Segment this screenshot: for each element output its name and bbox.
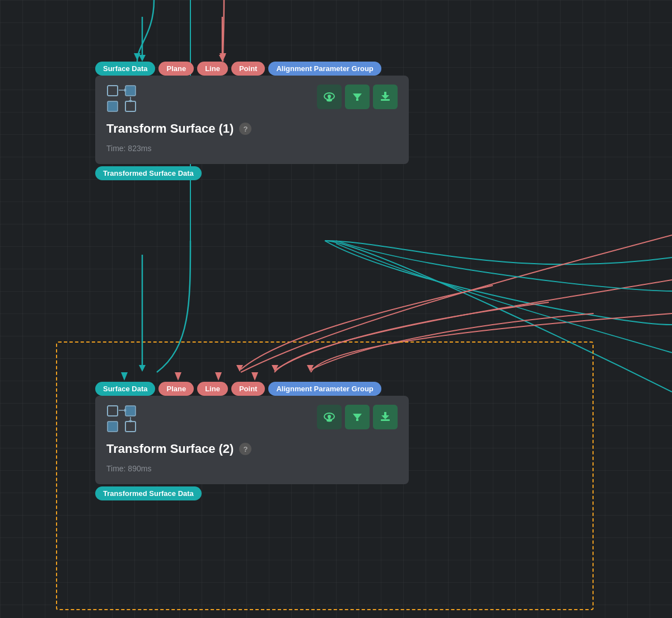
node1-help-button[interactable]: ? xyxy=(239,123,251,135)
eye-icon xyxy=(323,92,335,102)
svg-rect-5 xyxy=(125,101,136,111)
svg-rect-37 xyxy=(381,419,390,421)
node2-port-plane[interactable]: Plane xyxy=(158,382,194,396)
svg-rect-16 xyxy=(381,99,390,101)
node1-port-alignment[interactable]: Alignment Parameter Group xyxy=(268,62,381,76)
svg-rect-3 xyxy=(125,86,136,96)
node1-port-point[interactable]: Point xyxy=(231,62,265,76)
node2-output-port[interactable]: Transformed Surface Data xyxy=(95,486,202,500)
svg-marker-1 xyxy=(220,53,226,60)
svg-point-33 xyxy=(326,419,332,422)
node2-port-line[interactable]: Line xyxy=(197,382,228,396)
svg-rect-4 xyxy=(108,101,118,111)
node1-time: Time: 823ms xyxy=(106,144,398,153)
svg-rect-15 xyxy=(356,99,358,101)
node2-time: Time: 890ms xyxy=(106,464,398,473)
eye-icon-2 xyxy=(323,412,335,422)
node1-header xyxy=(106,85,398,113)
svg-marker-43 xyxy=(219,55,226,62)
svg-rect-18 xyxy=(384,92,386,97)
node1-output-row: Transformed Surface Data xyxy=(95,165,409,180)
node1-eye-button[interactable] xyxy=(317,85,342,109)
node2-output-row: Transformed Surface Data xyxy=(95,485,409,500)
node2-port-point[interactable]: Point xyxy=(231,382,265,396)
svg-marker-14 xyxy=(353,93,362,99)
node1-title: Transform Surface (1) ? xyxy=(106,121,398,136)
svg-marker-21 xyxy=(215,372,222,381)
svg-marker-22 xyxy=(251,372,258,381)
svg-marker-41 xyxy=(139,55,146,62)
node1-port-surface[interactable]: Surface Data xyxy=(95,62,155,76)
node1-ports-row: Surface Data Plane Line Point Alignment … xyxy=(95,62,409,76)
node2-chevron-button[interactable] xyxy=(345,405,370,429)
svg-rect-25 xyxy=(108,422,118,432)
node1-port-line[interactable]: Line xyxy=(197,62,228,76)
node1-output-port[interactable]: Transformed Surface Data xyxy=(95,166,202,180)
svg-marker-35 xyxy=(353,414,362,419)
node1-download-button[interactable] xyxy=(373,85,398,109)
svg-marker-19 xyxy=(121,372,128,381)
node2-header xyxy=(106,405,398,433)
download-icon-2 xyxy=(380,411,390,423)
svg-point-12 xyxy=(326,99,332,102)
transform-icon xyxy=(106,85,137,113)
svg-rect-36 xyxy=(356,419,358,421)
node2-actions xyxy=(317,405,398,429)
node2-card: Transform Surface (2) ? Time: 890ms xyxy=(95,396,409,484)
svg-rect-24 xyxy=(125,406,136,416)
node2-download-button[interactable] xyxy=(373,405,398,429)
node2-ports-row: Surface Data Plane Line Point Alignment … xyxy=(95,369,409,396)
transform-icon-2 xyxy=(106,405,137,433)
node2-help-button[interactable]: ? xyxy=(239,443,251,455)
svg-rect-26 xyxy=(125,422,136,432)
node2-icon xyxy=(106,405,137,433)
svg-rect-23 xyxy=(108,406,118,416)
chevron-down-icon xyxy=(352,92,363,101)
svg-marker-0 xyxy=(134,53,141,60)
svg-rect-39 xyxy=(384,412,386,417)
port-arrows xyxy=(95,369,409,382)
node1-card: Transform Surface (1) ? Time: 823ms xyxy=(95,76,409,164)
svg-point-13 xyxy=(328,97,330,99)
node1-icon xyxy=(106,85,137,113)
node1-port-plane[interactable]: Plane xyxy=(158,62,194,76)
node1-actions xyxy=(317,85,398,109)
node2-group: Surface Data Plane Line Point Alignment … xyxy=(95,369,409,500)
svg-rect-2 xyxy=(108,86,118,96)
node2-port-surface[interactable]: Surface Data xyxy=(95,382,155,396)
download-icon xyxy=(380,91,390,102)
svg-marker-20 xyxy=(175,372,181,381)
chevron-down-icon-2 xyxy=(352,413,363,422)
node1-group: Surface Data Plane Line Point Alignment … xyxy=(95,62,409,180)
node1-chevron-button[interactable] xyxy=(345,85,370,109)
node2-eye-button[interactable] xyxy=(317,405,342,429)
node2-port-alignment[interactable]: Alignment Parameter Group xyxy=(268,382,381,396)
node2-title: Transform Surface (2) ? xyxy=(106,442,398,456)
svg-point-34 xyxy=(328,417,330,419)
